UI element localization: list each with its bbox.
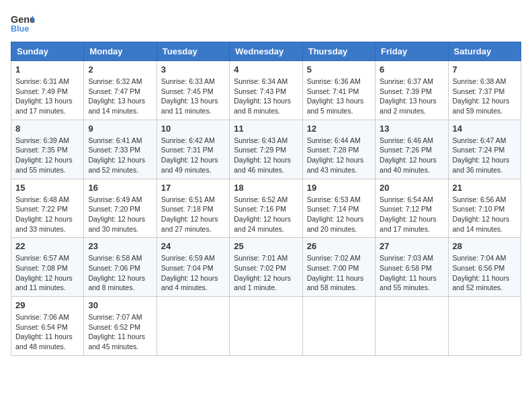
day-number: 14 xyxy=(453,124,517,134)
day-number: 6 xyxy=(380,64,443,75)
day-number: 26 xyxy=(307,241,371,251)
day-number: 7 xyxy=(453,64,517,75)
day-number: 17 xyxy=(161,183,225,193)
calendar-cell: 18 Sunrise: 6:52 AMSunset: 7:16 PMDaylig… xyxy=(230,179,302,238)
calendar-cell: 3 Sunrise: 6:33 AMSunset: 7:45 PMDayligh… xyxy=(157,61,229,120)
day-number: 1 xyxy=(15,64,79,75)
calendar-cell: 16 Sunrise: 6:49 AMSunset: 7:20 PMDaylig… xyxy=(84,179,157,238)
cell-content: Sunrise: 6:42 AMSunset: 7:31 PMDaylight:… xyxy=(161,136,218,174)
calendar-cell: 25 Sunrise: 7:01 AMSunset: 7:02 PMDaylig… xyxy=(230,238,302,297)
logo-icon: General Blue xyxy=(11,11,35,35)
day-number: 13 xyxy=(380,124,443,134)
calendar-cell: 10 Sunrise: 6:42 AMSunset: 7:31 PMDaylig… xyxy=(157,120,229,179)
day-number: 10 xyxy=(161,124,225,134)
svg-text:Blue: Blue xyxy=(11,24,29,34)
calendar-cell: 6 Sunrise: 6:37 AMSunset: 7:39 PMDayligh… xyxy=(375,61,448,120)
day-number: 3 xyxy=(161,64,225,75)
cell-content: Sunrise: 6:32 AMSunset: 7:47 PMDaylight:… xyxy=(88,77,145,115)
column-header-wednesday: Wednesday xyxy=(230,42,302,61)
calendar-cell: 13 Sunrise: 6:46 AMSunset: 7:26 PMDaylig… xyxy=(375,120,448,179)
cell-content: Sunrise: 6:47 AMSunset: 7:24 PMDaylight:… xyxy=(453,136,510,174)
calendar-cell: 24 Sunrise: 6:59 AMSunset: 7:04 PMDaylig… xyxy=(157,238,229,297)
day-number: 15 xyxy=(15,183,79,193)
page-header: General Blue xyxy=(11,11,521,35)
cell-content: Sunrise: 7:02 AMSunset: 7:00 PMDaylight:… xyxy=(307,254,364,291)
day-number: 20 xyxy=(380,183,443,193)
calendar-cell: 23 Sunrise: 6:58 AMSunset: 7:06 PMDaylig… xyxy=(84,238,157,297)
column-header-saturday: Saturday xyxy=(448,42,521,61)
day-number: 11 xyxy=(234,124,298,134)
calendar-cell: 28 Sunrise: 7:04 AMSunset: 6:56 PMDaylig… xyxy=(448,238,521,297)
logo: General Blue xyxy=(11,11,38,35)
cell-content: Sunrise: 6:36 AMSunset: 7:41 PMDaylight:… xyxy=(307,77,364,115)
calendar-cell: 8 Sunrise: 6:39 AMSunset: 7:35 PMDayligh… xyxy=(11,120,84,179)
calendar-cell xyxy=(157,297,229,356)
day-number: 19 xyxy=(307,183,371,193)
column-header-tuesday: Tuesday xyxy=(157,42,229,61)
cell-content: Sunrise: 7:06 AMSunset: 6:54 PMDaylight:… xyxy=(15,313,73,351)
calendar-cell: 11 Sunrise: 6:43 AMSunset: 7:29 PMDaylig… xyxy=(230,120,302,179)
column-header-monday: Monday xyxy=(84,42,157,61)
calendar-cell xyxy=(448,297,521,356)
cell-content: Sunrise: 7:07 AMSunset: 6:52 PMDaylight:… xyxy=(88,313,145,351)
cell-content: Sunrise: 6:43 AMSunset: 7:29 PMDaylight:… xyxy=(234,136,291,174)
day-number: 4 xyxy=(234,64,298,75)
calendar-cell: 15 Sunrise: 6:48 AMSunset: 7:22 PMDaylig… xyxy=(11,179,84,238)
column-header-thursday: Thursday xyxy=(302,42,375,61)
calendar-cell: 30 Sunrise: 7:07 AMSunset: 6:52 PMDaylig… xyxy=(84,297,157,356)
cell-content: Sunrise: 6:59 AMSunset: 7:04 PMDaylight:… xyxy=(161,254,218,291)
calendar-cell: 20 Sunrise: 6:54 AMSunset: 7:12 PMDaylig… xyxy=(375,179,448,238)
cell-content: Sunrise: 6:54 AMSunset: 7:12 PMDaylight:… xyxy=(380,195,437,233)
calendar-table: SundayMondayTuesdayWednesdayThursdayFrid… xyxy=(11,42,521,356)
cell-content: Sunrise: 6:48 AMSunset: 7:22 PMDaylight:… xyxy=(15,195,73,233)
calendar-cell: 1 Sunrise: 6:31 AMSunset: 7:49 PMDayligh… xyxy=(11,61,84,120)
cell-content: Sunrise: 6:37 AMSunset: 7:39 PMDaylight:… xyxy=(380,77,437,115)
cell-content: Sunrise: 6:31 AMSunset: 7:49 PMDaylight:… xyxy=(15,77,73,115)
day-number: 16 xyxy=(88,183,152,193)
cell-content: Sunrise: 6:52 AMSunset: 7:16 PMDaylight:… xyxy=(234,195,291,233)
cell-content: Sunrise: 6:38 AMSunset: 7:37 PMDaylight:… xyxy=(453,77,510,115)
cell-content: Sunrise: 6:56 AMSunset: 7:10 PMDaylight:… xyxy=(453,195,510,233)
column-header-sunday: Sunday xyxy=(11,42,84,61)
calendar-cell: 5 Sunrise: 6:36 AMSunset: 7:41 PMDayligh… xyxy=(302,61,375,120)
day-number: 29 xyxy=(15,300,79,310)
calendar-cell: 19 Sunrise: 6:53 AMSunset: 7:14 PMDaylig… xyxy=(302,179,375,238)
calendar-cell: 17 Sunrise: 6:51 AMSunset: 7:18 PMDaylig… xyxy=(157,179,229,238)
day-number: 27 xyxy=(380,241,443,251)
day-number: 5 xyxy=(307,64,371,75)
column-header-friday: Friday xyxy=(375,42,448,61)
calendar-cell: 12 Sunrise: 6:44 AMSunset: 7:28 PMDaylig… xyxy=(302,120,375,179)
calendar-cell: 14 Sunrise: 6:47 AMSunset: 7:24 PMDaylig… xyxy=(448,120,521,179)
day-number: 24 xyxy=(161,241,225,251)
cell-content: Sunrise: 6:44 AMSunset: 7:28 PMDaylight:… xyxy=(307,136,364,174)
calendar-cell: 27 Sunrise: 7:03 AMSunset: 6:58 PMDaylig… xyxy=(375,238,448,297)
calendar-cell: 29 Sunrise: 7:06 AMSunset: 6:54 PMDaylig… xyxy=(11,297,84,356)
day-number: 30 xyxy=(88,300,152,310)
calendar-cell xyxy=(230,297,302,356)
cell-content: Sunrise: 6:41 AMSunset: 7:33 PMDaylight:… xyxy=(88,136,145,174)
calendar-cell: 22 Sunrise: 6:57 AMSunset: 7:08 PMDaylig… xyxy=(11,238,84,297)
cell-content: Sunrise: 6:39 AMSunset: 7:35 PMDaylight:… xyxy=(15,136,73,174)
cell-content: Sunrise: 6:46 AMSunset: 7:26 PMDaylight:… xyxy=(380,136,437,174)
cell-content: Sunrise: 7:04 AMSunset: 6:56 PMDaylight:… xyxy=(453,254,510,291)
day-number: 28 xyxy=(453,241,517,251)
calendar-cell: 26 Sunrise: 7:02 AMSunset: 7:00 PMDaylig… xyxy=(302,238,375,297)
calendar-cell: 7 Sunrise: 6:38 AMSunset: 7:37 PMDayligh… xyxy=(448,61,521,120)
day-number: 22 xyxy=(15,241,79,251)
calendar-cell: 2 Sunrise: 6:32 AMSunset: 7:47 PMDayligh… xyxy=(84,61,157,120)
cell-content: Sunrise: 7:03 AMSunset: 6:58 PMDaylight:… xyxy=(380,254,437,291)
cell-content: Sunrise: 6:58 AMSunset: 7:06 PMDaylight:… xyxy=(88,254,145,291)
cell-content: Sunrise: 6:33 AMSunset: 7:45 PMDaylight:… xyxy=(161,77,218,115)
day-number: 18 xyxy=(234,183,298,193)
day-number: 25 xyxy=(234,241,298,251)
day-number: 9 xyxy=(88,124,152,134)
day-number: 23 xyxy=(88,241,152,251)
calendar-cell: 9 Sunrise: 6:41 AMSunset: 7:33 PMDayligh… xyxy=(84,120,157,179)
cell-content: Sunrise: 6:53 AMSunset: 7:14 PMDaylight:… xyxy=(307,195,364,233)
cell-content: Sunrise: 6:34 AMSunset: 7:43 PMDaylight:… xyxy=(234,77,291,115)
cell-content: Sunrise: 6:57 AMSunset: 7:08 PMDaylight:… xyxy=(15,254,73,291)
cell-content: Sunrise: 6:51 AMSunset: 7:18 PMDaylight:… xyxy=(161,195,218,233)
day-number: 12 xyxy=(307,124,371,134)
calendar-cell: 21 Sunrise: 6:56 AMSunset: 7:10 PMDaylig… xyxy=(448,179,521,238)
day-number: 8 xyxy=(15,124,79,134)
